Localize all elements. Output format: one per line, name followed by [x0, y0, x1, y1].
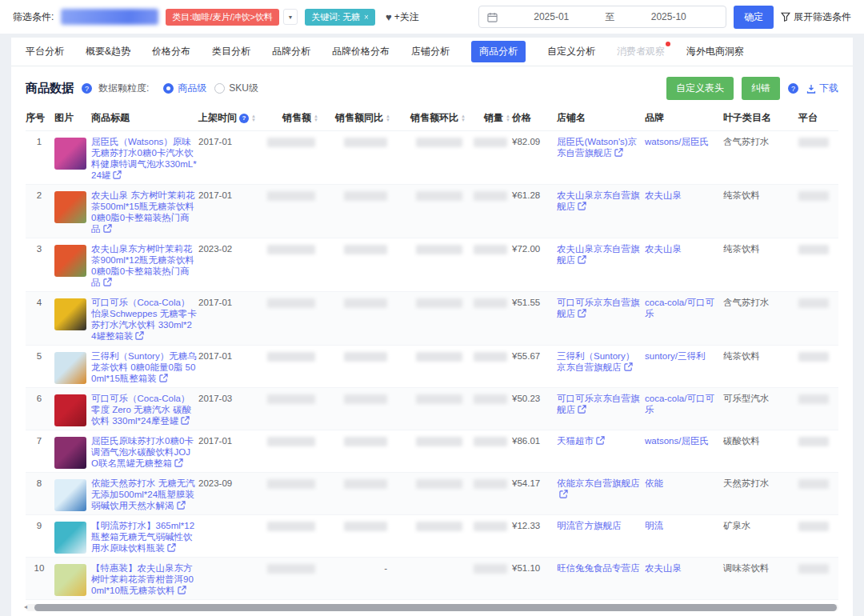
- tab-店铺分析[interactable]: 店铺分析: [411, 41, 450, 62]
- tab-消费者观察[interactable]: 消费者观察: [617, 41, 665, 62]
- shop-link[interactable]: 可口可乐京东自营旗舰店: [557, 298, 640, 318]
- brand-link[interactable]: 依能: [645, 475, 722, 489]
- table-row: 4可口可乐（Coca-Cola）怡泉Schweppes 无糖零卡 苏打水汽水饮料…: [26, 292, 838, 346]
- sort-icon[interactable]: ▲▼: [461, 114, 466, 122]
- confirm-button[interactable]: 确定: [734, 6, 774, 29]
- external-link-icon[interactable]: [559, 490, 568, 501]
- column-header-sales[interactable]: 销售额▲▼: [253, 111, 318, 125]
- product-title-link[interactable]: 可口可乐（Coca-Cola）零度 Zero 无糖汽水 碳酸饮料 330ml*2…: [91, 394, 191, 426]
- scroll-left-icon[interactable]: ◂: [24, 603, 27, 610]
- product-title-link[interactable]: 屈臣氏（Watsons）原味无糖苏打水0糖0卡汽水饮料健康特调气泡水330mL*…: [91, 137, 197, 180]
- product-title-link[interactable]: 三得利（Suntory）无糖乌龙茶饮料 0糖0能量0脂 500ml*15瓶整箱装: [91, 351, 197, 383]
- tab-海外电商洞察[interactable]: 海外电商洞察: [686, 41, 744, 62]
- external-link-icon[interactable]: [159, 374, 168, 385]
- product-image[interactable]: [54, 298, 86, 330]
- product-image[interactable]: [54, 138, 86, 170]
- redacted-value: [344, 298, 387, 308]
- product-image[interactable]: [54, 352, 86, 384]
- product-image[interactable]: [54, 191, 86, 223]
- external-link-icon[interactable]: [113, 170, 122, 182]
- cell-sales-mom: [392, 433, 466, 446]
- sort-icon[interactable]: ▲▼: [506, 114, 510, 122]
- external-link-icon[interactable]: [103, 278, 112, 289]
- shop-link[interactable]: 可口可乐京东自营旗舰店: [557, 394, 640, 414]
- product-image[interactable]: [54, 564, 86, 596]
- keyword-filter-tag[interactable]: 关键词: 无糖 ×: [305, 9, 375, 26]
- download-help-icon[interactable]: ?: [788, 83, 798, 94]
- help-icon[interactable]: ?: [82, 83, 92, 94]
- tab-自定义分析[interactable]: 自定义分析: [547, 41, 595, 62]
- remove-keyword-icon[interactable]: ×: [364, 13, 369, 22]
- product-image[interactable]: [54, 245, 86, 277]
- column-help-icon[interactable]: ?: [239, 114, 249, 123]
- shop-link[interactable]: 农夫山泉京东自营旗舰店: [557, 190, 640, 211]
- brand-link[interactable]: coca-cola/可口可乐: [645, 294, 722, 319]
- correction-button[interactable]: 纠错: [742, 77, 780, 100]
- shop-link[interactable]: 明流官方旗舰店: [557, 521, 622, 530]
- product-image[interactable]: [54, 479, 86, 511]
- product-image[interactable]: [54, 522, 86, 554]
- external-link-icon[interactable]: [578, 405, 586, 416]
- external-link-icon[interactable]: [578, 255, 586, 266]
- shop-link[interactable]: 旺信兔兔食品专营店: [557, 563, 640, 573]
- column-header-launch-date[interactable]: 上架时间?▲▼: [198, 111, 251, 125]
- date-end-value[interactable]: 2025-10: [620, 11, 718, 22]
- granularity-option-商品级[interactable]: 商品级: [163, 82, 206, 95]
- tab-概要&趋势[interactable]: 概要&趋势: [86, 41, 130, 62]
- brand-link[interactable]: watsons/屈臣氏: [645, 134, 722, 147]
- external-link-icon[interactable]: [135, 331, 144, 342]
- product-title-link[interactable]: 【明流苏打水】365ml*12瓶整箱无糖无气弱碱性饮用水原味饮料瓶装: [91, 521, 194, 553]
- redacted-value: [267, 437, 315, 446]
- download-button[interactable]: 下载: [806, 82, 838, 95]
- tab-价格分布[interactable]: 价格分布: [152, 41, 190, 62]
- external-link-icon[interactable]: [596, 436, 605, 447]
- column-header-sales-mom[interactable]: 销售额环比▲▼: [392, 111, 466, 125]
- category-dropdown-caret-icon[interactable]: ▼: [283, 9, 298, 25]
- tab-品牌分析[interactable]: 品牌分析: [272, 41, 310, 62]
- shop-link[interactable]: 天猫超市: [557, 436, 594, 446]
- shop-link[interactable]: 屈臣氏(Watson's)京东自营旗舰店: [557, 137, 637, 158]
- sort-icon[interactable]: ▲▼: [314, 114, 318, 122]
- tab-平台分析[interactable]: 平台分析: [26, 41, 64, 62]
- brand-link[interactable]: coca-cola/可口可乐: [645, 390, 722, 415]
- horizontal-scrollbar[interactable]: ◂: [26, 604, 838, 611]
- external-link-icon[interactable]: [614, 148, 623, 159]
- category-filter-tag[interactable]: 类目:咖啡/麦片/冲饮>饮料: [166, 9, 279, 26]
- expand-filters-button[interactable]: 展开筛选条件: [781, 10, 851, 24]
- shop-link[interactable]: 依能京东自营旗舰店: [557, 478, 640, 488]
- column-header-sales-yoy[interactable]: 销售额同比▲▼: [320, 111, 390, 125]
- follow-button[interactable]: ♥ +关注: [386, 10, 419, 24]
- external-link-icon[interactable]: [578, 202, 586, 213]
- shop-link[interactable]: 农夫山泉京东自营旗舰店: [557, 244, 640, 265]
- date-start-value[interactable]: 2025-01: [502, 11, 601, 22]
- redacted-value: [798, 437, 829, 446]
- brand-link[interactable]: suntory/三得利: [645, 348, 722, 362]
- brand-link[interactable]: 农夫山泉: [645, 560, 722, 574]
- product-image[interactable]: [54, 394, 86, 426]
- external-link-icon[interactable]: [103, 224, 112, 235]
- column-header-volume[interactable]: 销量▲▼: [467, 111, 510, 125]
- cell-sales-mom: [392, 294, 466, 308]
- brand-link[interactable]: 农夫山泉: [645, 187, 722, 201]
- sort-icon[interactable]: ▲▼: [386, 114, 390, 122]
- product-image[interactable]: [54, 437, 86, 469]
- external-link-icon[interactable]: [177, 501, 186, 512]
- column-header-shop: 店铺名: [557, 111, 643, 125]
- tab-类目分析[interactable]: 类目分析: [212, 41, 250, 62]
- external-link-icon[interactable]: [181, 416, 190, 427]
- custom-header-button[interactable]: 自定义表头: [666, 77, 734, 100]
- brand-link[interactable]: watsons/屈臣氏: [645, 433, 722, 446]
- cell-sales-mom: [392, 187, 466, 201]
- granularity-option-SKU级[interactable]: SKU级: [214, 82, 258, 95]
- tab-品牌价格分布[interactable]: 品牌价格分布: [332, 41, 390, 62]
- brand-link[interactable]: 明流: [645, 518, 722, 531]
- scrollbar-thumb[interactable]: [34, 604, 837, 611]
- brand-link[interactable]: 农夫山泉: [645, 241, 722, 254]
- external-link-icon[interactable]: [624, 362, 633, 374]
- tab-商品分析[interactable]: 商品分析: [471, 41, 526, 62]
- external-link-icon[interactable]: [174, 458, 183, 470]
- date-range-picker[interactable]: 2025-01 至 2025-10: [478, 6, 726, 28]
- external-link-icon[interactable]: [578, 309, 586, 320]
- external-link-icon[interactable]: [167, 543, 176, 554]
- external-link-icon[interactable]: [178, 586, 186, 597]
